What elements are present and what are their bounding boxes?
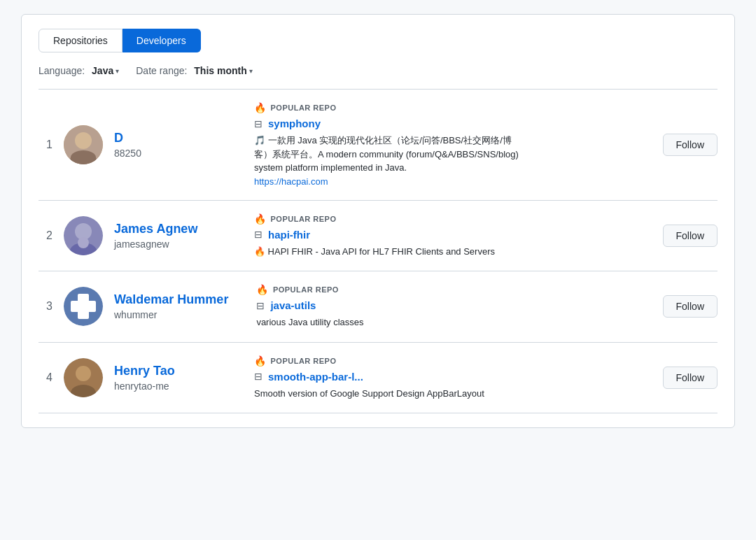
svg-rect-9 xyxy=(71,301,96,312)
developer-stars: 88250 xyxy=(114,148,226,159)
date-chevron-icon: ▾ xyxy=(249,67,253,75)
avatar xyxy=(64,216,103,255)
follow-button[interactable]: Follow xyxy=(663,134,718,156)
developer-info: James Agnew jamesagnew xyxy=(114,222,226,250)
developer-info: D 88250 xyxy=(114,131,226,159)
developer-username: whummer xyxy=(114,309,228,320)
follow-button[interactable]: Follow xyxy=(663,295,718,318)
follow-button[interactable]: Follow xyxy=(663,225,718,247)
repo-description: 🎵 一款用 Java 实现的现代化社区（论坛/问答/BBS/社交网络/博客）系统… xyxy=(254,134,520,175)
repo-section: 🔥 POPULAR REPO ⊟ symphony 🎵 一款用 Java 实现的… xyxy=(237,102,652,187)
language-filter[interactable]: Language: Java ▾ xyxy=(38,65,119,76)
developer-name[interactable]: D xyxy=(114,131,123,145)
popular-repo-text: POPULAR REPO xyxy=(271,104,337,112)
repo-name-row: ⊟ hapi-fhir xyxy=(254,229,635,241)
repo-description: 🔥 HAPI FHIR - Java API for HL7 FHIR Clie… xyxy=(254,245,520,259)
repo-icon: ⊟ xyxy=(254,371,262,382)
date-filter-value: This month xyxy=(194,65,246,76)
repo-description: Smooth version of Google Support Design … xyxy=(254,387,520,401)
popular-repo-text: POPULAR REPO xyxy=(271,215,337,223)
rank-number: 3 xyxy=(38,300,52,313)
developer-username: jamesagnew xyxy=(114,239,226,250)
popular-repo-text: POPULAR REPO xyxy=(273,285,339,294)
repo-name-link[interactable]: hapi-fhir xyxy=(268,229,310,241)
repo-section: 🔥 POPULAR REPO ⊟ hapi-fhir 🔥 HAPI FHIR -… xyxy=(237,213,652,259)
fire-icon: 🔥 xyxy=(256,284,269,295)
popular-repo-label: 🔥 POPULAR REPO xyxy=(254,213,635,225)
repo-name-row: ⊟ smooth-app-bar-l... xyxy=(254,371,635,383)
developer-list: 1 D 88250 🔥 POPULAR REPO ⊟ sym xyxy=(38,89,718,413)
fire-icon: 🔥 xyxy=(254,102,267,113)
tabs-bar: Repositories Developers xyxy=(38,29,718,52)
rank-number: 1 xyxy=(38,138,52,151)
date-filter-label: Date range: xyxy=(136,65,187,76)
repo-section: 🔥 POPULAR REPO ⊟ smooth-app-bar-l... Smo… xyxy=(237,355,652,401)
fire-icon: 🔥 xyxy=(254,355,267,367)
svg-point-1 xyxy=(75,132,92,149)
rank-number: 4 xyxy=(38,371,52,384)
filters-bar: Language: Java ▾ Date range: This month … xyxy=(38,65,718,76)
svg-point-6 xyxy=(78,237,89,248)
avatar xyxy=(64,125,103,164)
popular-repo-label: 🔥 POPULAR REPO xyxy=(254,355,635,367)
repo-section: 🔥 POPULAR REPO ⊟ java-utils various Java… xyxy=(239,284,651,329)
repo-name-row: ⊟ symphony xyxy=(254,118,635,129)
popular-repo-text: POPULAR REPO xyxy=(271,357,337,365)
repo-icon: ⊟ xyxy=(254,229,262,240)
developer-username: henrytao-me xyxy=(114,381,226,392)
svg-point-2 xyxy=(69,152,97,164)
repo-name-link[interactable]: symphony xyxy=(268,118,321,129)
avatar xyxy=(64,358,103,397)
fire-icon: 🔥 xyxy=(254,213,267,225)
developer-name[interactable]: Waldemar Hummer xyxy=(114,292,228,306)
table-row: 1 D 88250 🔥 POPULAR REPO ⊟ sym xyxy=(38,90,718,201)
follow-button[interactable]: Follow xyxy=(663,367,718,389)
tab-developers[interactable]: Developers xyxy=(122,29,201,52)
repo-description: various Java utility classes xyxy=(256,315,522,329)
popular-repo-label: 🔥 POPULAR REPO xyxy=(254,102,635,113)
language-filter-label: Language: xyxy=(38,65,85,76)
developer-name[interactable]: Henry Tao xyxy=(114,364,175,378)
developer-info: Henry Tao henrytao-me xyxy=(114,364,226,392)
developer-info: Waldemar Hummer whummer xyxy=(114,292,228,320)
repo-link[interactable]: https://hacpai.com xyxy=(254,176,328,187)
rank-number: 2 xyxy=(38,229,52,242)
repo-icon: ⊟ xyxy=(256,300,265,311)
table-row: 2 James Agnew jamesagnew 🔥 POPULAR REPO xyxy=(38,201,718,272)
repo-name-row: ⊟ java-utils xyxy=(256,299,634,311)
svg-point-11 xyxy=(76,366,91,381)
repo-name-link[interactable]: java-utils xyxy=(270,299,316,311)
language-chevron-icon: ▾ xyxy=(115,67,119,75)
table-row: 4 Henry Tao henrytao-me 🔥 POPULAR REPO ⊟ xyxy=(38,343,718,414)
avatar xyxy=(64,287,103,326)
table-row: 3 Waldemar Hummer whummer 🔥 POPULAR REPO xyxy=(38,271,718,343)
date-filter[interactable]: Date range: This month ▾ xyxy=(136,65,253,76)
repo-name-link[interactable]: smooth-app-bar-l... xyxy=(268,371,363,383)
developer-name[interactable]: James Agnew xyxy=(114,222,197,236)
popular-repo-label: 🔥 POPULAR REPO xyxy=(256,284,634,295)
tab-repositories[interactable]: Repositories xyxy=(38,29,122,52)
repo-icon: ⊟ xyxy=(254,118,262,129)
language-filter-value: Java xyxy=(92,65,113,76)
main-container: Repositories Developers Language: Java ▾… xyxy=(21,14,735,428)
